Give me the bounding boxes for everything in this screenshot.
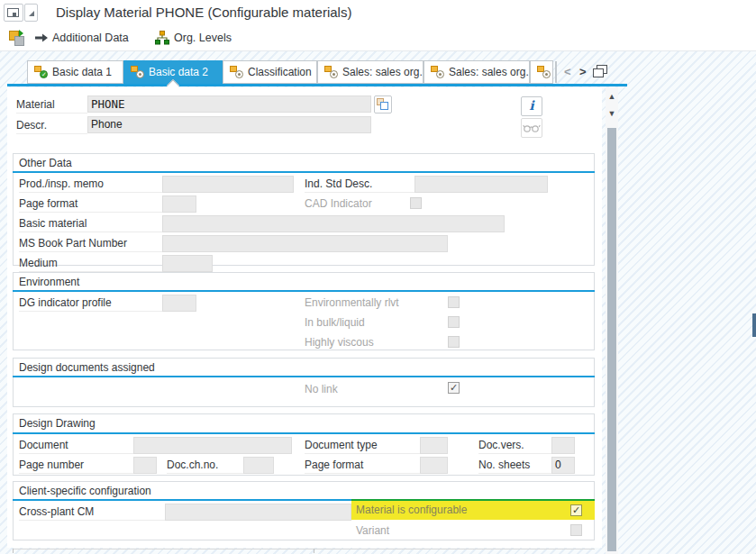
no-link-checkbox xyxy=(448,382,460,394)
tabs-scroll-left-button[interactable]: < xyxy=(564,64,571,80)
right-arrow-icon xyxy=(34,32,49,43)
cross-plant-cm-label: Cross-plant CM xyxy=(19,504,165,521)
title-bar: Display Material PHONE (Configurable mat… xyxy=(0,0,756,26)
tab-classification[interactable]: Classification xyxy=(223,60,317,84)
page-title: Display Material PHONE (Configurable mat… xyxy=(56,4,351,22)
tab-checked-icon xyxy=(34,66,48,78)
tab-label: Basic data 1 xyxy=(52,66,112,78)
info-icon: i xyxy=(529,98,533,113)
tab-section-icon xyxy=(431,66,444,78)
active-tab-underline xyxy=(7,84,627,86)
page-format-drawing-label: Page format xyxy=(305,457,420,474)
tab-label: Sales: sales org. 2 xyxy=(449,66,530,78)
tab-label: Sales: sales org. 1 xyxy=(342,66,424,78)
grid-tick xyxy=(13,549,14,553)
ind-std-desc-input[interactable] xyxy=(414,176,548,193)
section-title: Design documents assigned xyxy=(19,360,155,375)
cross-plant-cm-input[interactable] xyxy=(165,504,351,521)
section-underline xyxy=(13,499,351,501)
next-section-edge xyxy=(13,549,595,549)
medium-label: Medium xyxy=(19,255,162,272)
scroll-down-icon[interactable]: ▼ xyxy=(606,107,618,122)
tab-sales-org-1[interactable]: Sales: sales org. 1 xyxy=(317,60,424,84)
section-title: Environment xyxy=(19,275,79,289)
ms-book-part-number-label: MS Book Part Number xyxy=(19,235,162,252)
prod-insp-memo-label: Prod./insp. memo xyxy=(19,176,162,193)
doc-vers-input[interactable] xyxy=(551,437,575,454)
section-title: Other Data xyxy=(19,156,72,170)
material-matchcode-button[interactable] xyxy=(374,95,392,114)
cad-indicator-checkbox xyxy=(410,197,422,209)
sap-display-material-screen: Display Material PHONE (Configurable mat… xyxy=(0,0,756,554)
tabstrip-divider xyxy=(555,61,557,83)
tab-section-icon xyxy=(537,66,551,78)
scroll-up-icon[interactable]: ▲ xyxy=(606,90,618,104)
org-levels-icon xyxy=(155,31,169,45)
prod-insp-memo-input[interactable] xyxy=(162,176,294,193)
display-change-toggle-button[interactable] xyxy=(7,28,27,48)
ms-book-part-number-input[interactable] xyxy=(162,235,448,252)
tab-sales-org-2[interactable]: Sales: sales org. 2 xyxy=(424,60,530,84)
variant-checkbox xyxy=(570,524,582,536)
section-underline xyxy=(13,376,595,377)
description-label: Descr. xyxy=(16,117,87,134)
app-toolbar: Additional Data Org. Levels xyxy=(0,25,756,51)
doc-ch-no-input[interactable] xyxy=(243,457,274,474)
vertical-scrollbar[interactable]: ▲ ▼ xyxy=(606,87,618,554)
window-menu-icon xyxy=(7,8,19,17)
material-label: Material xyxy=(16,96,87,114)
display-descriptions-button xyxy=(521,118,542,138)
environmentally-rlvt-label: Environmentally rlvt xyxy=(305,295,399,311)
tabs-scroll-right-button[interactable]: > xyxy=(579,64,587,80)
highly-viscous-label: Highly viscous xyxy=(305,334,374,350)
dg-indicator-profile-input[interactable] xyxy=(162,295,196,312)
corner-triangle-icon xyxy=(29,11,34,16)
org-levels-button[interactable]: Org. Levels xyxy=(174,31,232,45)
page-number-label: Page number xyxy=(19,457,133,474)
additional-data-button[interactable]: Additional Data xyxy=(52,31,129,45)
environmentally-rlvt-checkbox xyxy=(448,296,460,308)
page-number-input[interactable] xyxy=(133,457,157,474)
no-sheets-input[interactable]: 0 xyxy=(551,457,575,474)
glasses-icon xyxy=(523,122,541,134)
in-bulk-liquid-checkbox xyxy=(448,316,460,328)
section-underline xyxy=(13,290,595,292)
document-type-input[interactable] xyxy=(420,437,448,454)
tab-section-icon xyxy=(230,66,243,78)
section-underline xyxy=(13,432,595,434)
highly-viscous-checkbox xyxy=(448,336,460,348)
material-is-configurable-checkbox xyxy=(570,504,582,516)
grid-tick xyxy=(314,549,314,553)
section-underline xyxy=(13,171,595,173)
page-format-input[interactable] xyxy=(162,195,196,213)
variant-label: Variant xyxy=(356,522,389,539)
tab-partial[interactable] xyxy=(530,60,553,84)
basic-material-input[interactable] xyxy=(162,215,505,232)
no-sheets-label: No. sheets xyxy=(478,457,551,474)
doc-vers-label: Doc.vers. xyxy=(478,437,551,454)
document-input[interactable] xyxy=(133,437,292,454)
material-input[interactable]: PHONE xyxy=(87,95,371,113)
tab-section-icon xyxy=(324,66,338,78)
tab-basic-data-1[interactable]: Basic data 1 xyxy=(27,60,123,84)
overlapping-squares-icon xyxy=(377,98,389,111)
ind-std-desc-label: Ind. Std Desc. xyxy=(305,176,414,193)
tab-overview-button[interactable] xyxy=(593,65,607,77)
focus-corner xyxy=(87,95,94,102)
page-format-label: Page format xyxy=(19,195,162,213)
cad-indicator-label: CAD Indicator xyxy=(305,195,372,212)
description-input[interactable]: Phone xyxy=(87,116,371,133)
info-button[interactable]: i xyxy=(521,96,542,116)
window-scroll-marker xyxy=(752,313,756,337)
scrollbar-thumb[interactable] xyxy=(607,128,616,551)
in-bulk-liquid-label: In bulk/liquid xyxy=(305,314,365,331)
section-title: Design Drawing xyxy=(19,416,96,431)
section-title: Client-specific configuration xyxy=(19,484,151,498)
gui-services-button[interactable] xyxy=(4,4,23,22)
tab-label: Classification xyxy=(248,66,312,78)
document-label: Document xyxy=(19,437,133,454)
medium-input[interactable] xyxy=(162,255,213,272)
page-format-drawing-input[interactable] xyxy=(420,457,448,474)
document-type-label: Document type xyxy=(305,437,420,454)
layout-menu-button[interactable] xyxy=(24,4,38,22)
